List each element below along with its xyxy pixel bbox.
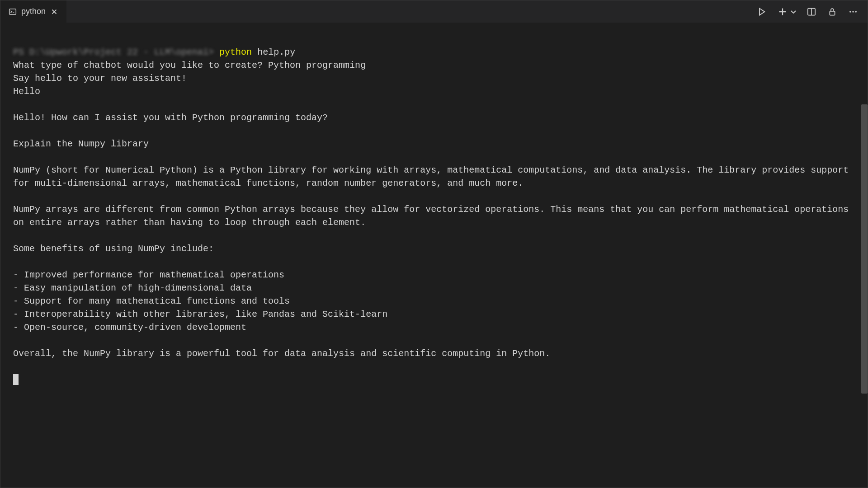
scrollbar[interactable] [861, 104, 868, 394]
plus-icon[interactable] [776, 5, 789, 18]
tab-actions [755, 5, 868, 18]
tabs: python [0, 0, 67, 23]
output-line: What type of chatbot would you like to c… [13, 60, 366, 70]
output-line: Say hello to your new assistant! [13, 73, 187, 84]
lock-icon[interactable] [826, 5, 839, 18]
output-line: Hello [13, 86, 40, 97]
terminal-window: python [0, 0, 868, 488]
output-line: - Easy manipulation of high-dimensional … [13, 283, 252, 293]
split-panel-icon[interactable] [805, 5, 818, 18]
svg-point-5 [855, 11, 857, 13]
more-icon[interactable] [847, 5, 859, 18]
terminal-icon [9, 8, 17, 16]
output-line: Hello! How can I assist you with Python … [13, 113, 328, 123]
close-icon[interactable] [50, 8, 58, 16]
tab-bar: python [0, 0, 868, 23]
svg-point-3 [849, 11, 851, 13]
output-line: - Improved performance for mathematical … [13, 270, 284, 280]
output-line: - Support for many mathematical function… [13, 296, 290, 306]
svg-rect-0 [9, 9, 16, 14]
command-arg: help.py [257, 47, 295, 57]
tab-python[interactable]: python [0, 0, 67, 23]
output-line: - Open-source, community-driven developm… [13, 322, 246, 333]
output-line: Overall, the NumPy library is a powerful… [13, 348, 550, 359]
terminal-cursor [13, 374, 19, 385]
new-terminal-button[interactable] [776, 5, 797, 18]
svg-rect-2 [830, 11, 835, 15]
chevron-down-icon[interactable] [790, 5, 797, 18]
output-line: - Interoperability with other libraries,… [13, 309, 387, 319]
terminal-output[interactable]: PS D:\Upwork\Project 22 - LLM\openai> py… [0, 23, 868, 488]
tab-label: python [21, 7, 46, 16]
svg-point-4 [852, 11, 854, 13]
prompt-path: PS D:\Upwork\Project 22 - LLM\openai> [13, 47, 214, 57]
output-line: NumPy (short for Numerical Python) is a … [13, 165, 854, 188]
run-icon[interactable] [755, 5, 768, 18]
output-line: Explain the Numpy library [13, 139, 149, 149]
output-line: NumPy arrays are different from common P… [13, 204, 854, 228]
output-line: Some benefits of using NumPy include: [13, 244, 214, 254]
command-python: python [219, 47, 252, 57]
